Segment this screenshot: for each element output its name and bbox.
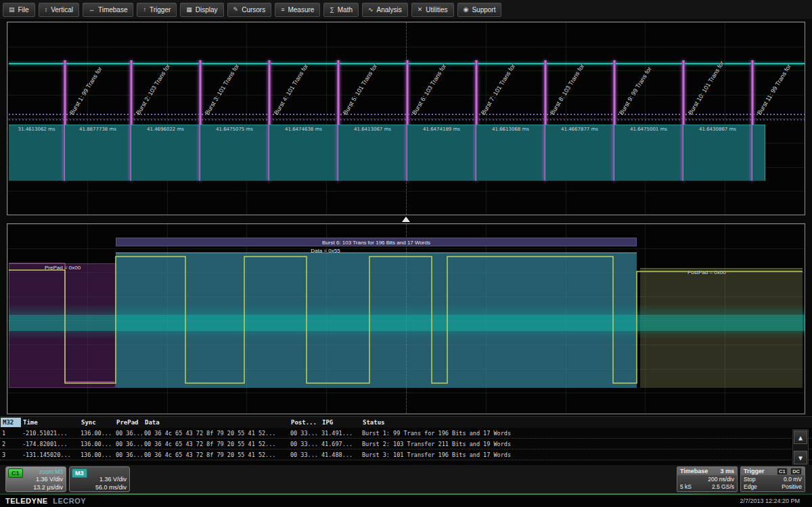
menu-button-math[interactable]: ∑Math [323,3,359,17]
math-icon: ∑ [330,7,334,13]
gap-measure-segment [752,125,765,181]
support-icon: ◉ [464,7,469,13]
gap-measure-segment: 41.6430867 ms [683,125,752,181]
table-scrollbar[interactable]: ▲ ▼ [792,429,809,466]
analysis-wave-icon: ∿ [368,7,374,13]
menu-button-timebase[interactable]: ↔Timebase [83,3,134,17]
gap-time-value: 41.6613068 ms [476,127,545,132]
gap-measure-segment: 41.6474189 ms [407,125,476,181]
c1-volts-per-div: 1.36 V/div [36,476,63,483]
cursors-icon: ✎ [233,7,239,13]
prepad-label: PrePad = 0x00 [45,265,81,271]
menu-button-measure[interactable]: ≡Measure [275,3,320,17]
zoom-link-marker-icon [402,217,410,222]
vertical-arrows-icon: ↕ [45,7,48,13]
menu-button-label: Analysis [377,6,402,14]
trigger-mode: Stop [744,476,756,483]
table-row[interactable]: 3-131.145020...136.00...00 36...00 36 4c… [0,449,812,460]
gap-time-value: 41.4667877 ms [545,127,614,132]
column-header-data: Data [143,419,289,426]
table-cell: -174.82001... [20,441,78,447]
menu-button-analysis[interactable]: ∿Analysis [362,3,408,17]
table-cell: 2 [0,441,20,447]
table-cell: 00 36 4c 65 43 72 8f 79 20 55 41 52... [142,451,288,458]
table-cell: 31.491... [319,430,360,437]
table-row[interactable]: 1-210.51021...136.00...00 36...00 36 4c … [0,428,812,439]
timebase-sample-rate: 2.5 GS/s [712,483,734,490]
oscilloscope-screen: ▤File↕Vertical↔Timebase↑Trigger▦Display✎… [0,0,812,507]
scroll-down-button[interactable]: ▼ [794,451,807,464]
timebase-delay: 3 ms [720,468,734,475]
trigger-level: 0.0 mV [784,476,802,483]
file-icon: ▤ [9,7,15,13]
main-waveform-panel[interactable]: 31.4613062 msBurst 1: 99 Trans for41.887… [7,22,805,215]
gap-measure-segment: 31.4613062 ms [9,125,65,181]
gap-measure-segment: 41.4696022 ms [131,125,200,181]
table-cell: 136.00... [78,451,114,458]
table-cell: 00 33... [288,451,319,458]
trace-m3-descriptor[interactable]: M3 1.36 V/div 56.0 ms/div [69,466,130,492]
table-cell: 00 36 4c 65 43 72 8f 79 20 55 41 52... [142,430,288,437]
menu-button-label: Math [338,6,353,14]
zoom-waveform-panel[interactable]: Burst 6: 103 Trans for 196 Bits and 17 W… [7,223,805,414]
burst-annotation-strip: Burst 6: 103 Trans for 196 Bits and 17 W… [116,238,637,246]
scroll-up-button[interactable]: ▲ [794,431,807,444]
gap-measure-segment: 41.6475001 ms [614,125,683,181]
menu-button-label: File [18,6,29,14]
menu-button-label: Display [196,6,218,14]
gap-time-value: 41.4696022 ms [131,127,200,132]
table-cell: 00 33... [288,430,319,437]
gap-time-value: 41.6474189 ms [407,127,476,132]
gap-time-value: 41.6474638 ms [269,127,338,132]
trigger-slope: Positive [782,483,802,490]
menu-button-cursors[interactable]: ✎Cursors [227,3,272,17]
table-cell: 00 33... [288,441,319,447]
gap-measure-segment: 41.6413067 ms [338,125,407,181]
trigger-descriptor[interactable]: Trigger C1 DC Stop 0.0 mV Edge Positive [740,466,805,492]
menu-button-display[interactable]: ▦Display [180,3,223,17]
table-cell: -131.145020... [20,451,78,458]
menu-button-label: Measure [288,6,314,14]
table-cell: 00 36... [114,430,142,437]
c1-zoom-source-label: zoom:M3 [39,468,63,475]
gap-measure-segment: 41.6475075 ms [200,125,269,181]
trigger-coupling-badge: DC [790,468,802,475]
timebase-label: Timebase [680,468,708,475]
gap-time-value: 41.6413067 ms [338,127,407,132]
brand-lecroy: LECROY [53,497,86,505]
menu-button-trigger[interactable]: ↑Trigger [137,3,177,17]
menu-button-utilities[interactable]: ✕Utilities [411,3,454,17]
table-cell: 00 36... [114,451,142,458]
gap-time-value: 41.6475001 ms [614,127,683,132]
status-bar: C1 zoom:M3 1.36 V/div 13.2 µs/div M3 1.3… [0,465,812,493]
channel-c1-descriptor[interactable]: C1 zoom:M3 1.36 V/div 13.2 µs/div [5,466,66,492]
menu-button-support[interactable]: ◉Support [457,3,502,17]
table-row[interactable]: 2-174.82001...136.00...00 36...00 36 4c … [0,439,812,449]
gap-measure-segment: 41.6613068 ms [476,125,545,181]
trigger-source-badge: C1 [777,468,788,475]
table-cell: 1 [0,430,20,437]
table-cell: 41.488... [319,451,360,458]
gap-time-value: 31.4613062 ms [9,127,64,132]
table-cell: Burst 2: 103 Transfer 211 Bits and 19 Wo… [360,441,793,447]
column-header-sync: Sync [79,419,114,426]
menu-button-label: Trigger [150,6,171,14]
menu-button-file[interactable]: ▤File [3,3,35,17]
menu-button-vertical[interactable]: ↕Vertical [39,3,79,17]
table-corner-header[interactable]: M32 [1,418,21,427]
gap-time-value: 41.6430867 ms [683,127,752,132]
m3-time-per-div: 56.0 ms/div [95,484,127,491]
c1-badge: C1 [8,468,23,478]
timebase-per-div: 200 ns/div [708,476,734,483]
utilities-icon: ✕ [418,7,423,13]
postpad-label: PostPad = 0x00 [687,269,726,275]
table-cell: 3 [0,451,20,458]
table-cell: 136.00... [78,430,114,437]
timebase-descriptor[interactable]: Timebase 3 ms 200 ns/div 5 kS 2.5 GS/s [677,466,738,492]
menu-button-label: Support [472,6,495,14]
datetime-stamp: 2/7/2013 12:24:20 PM [740,498,800,504]
measure-icon: ≡ [281,7,284,13]
column-header-time: Time [21,419,79,426]
menu-button-label: Cursors [242,6,265,14]
trigger-type: Edge [744,483,757,490]
